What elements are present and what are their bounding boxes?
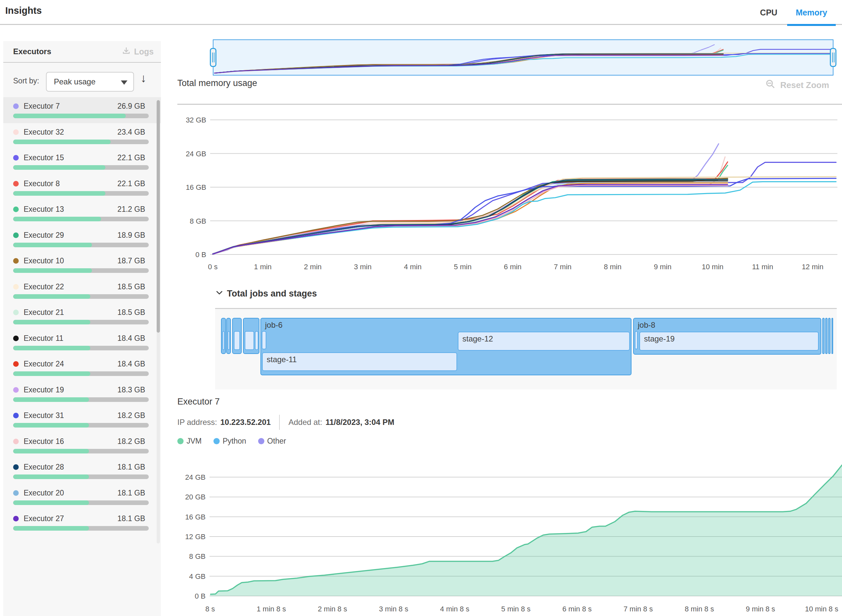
- legend-label: JVM: [186, 437, 202, 446]
- sort-direction-button[interactable]: ↓: [141, 71, 147, 85]
- executor-color-dot: [13, 413, 19, 418]
- executor-list-item[interactable]: Executor 2718.1 GB: [3, 510, 161, 535]
- executor-list-item[interactable]: Executor 2418.4 GB: [3, 355, 161, 381]
- executor-list-item[interactable]: Executor 2918.9 GB: [3, 226, 161, 252]
- gantt-stage-label: stage-19: [644, 334, 675, 343]
- executor-name: Executor 31: [23, 411, 64, 420]
- executor-usage-bar: [13, 139, 149, 144]
- executor-usage-bar: [13, 397, 149, 402]
- legend-item[interactable]: JVM: [177, 437, 202, 446]
- executor-list-item[interactable]: Executor 1018.7 GB: [3, 252, 161, 278]
- tab-bar: CPU Memory: [760, 0, 836, 25]
- executor-list-item[interactable]: Executor 3223.4 GB: [3, 123, 161, 149]
- executor-list-item[interactable]: Executor 726.9 GB: [3, 97, 161, 123]
- gantt-job-bar[interactable]: [832, 318, 833, 354]
- brush-handle-right[interactable]: [830, 48, 836, 67]
- ip-address-value: 10.223.52.201: [220, 418, 271, 427]
- gantt-job-bar[interactable]: job-8stage-19: [633, 318, 821, 355]
- executor-peak-value: 18.4 GB: [117, 334, 145, 343]
- jobs-section-header[interactable]: Total jobs and stages: [215, 288, 317, 299]
- svg-text:0 s: 0 s: [208, 263, 217, 271]
- gantt-job-bar[interactable]: job-6stage-12stage-11: [260, 318, 632, 375]
- executor-list-item[interactable]: Executor 1321.2 GB: [3, 200, 161, 226]
- svg-text:9 min 8 s: 9 min 8 s: [746, 605, 775, 613]
- executor-name: Executor 19: [23, 386, 64, 395]
- gantt-stage-bar[interactable]: [227, 331, 230, 350]
- gantt-stage-label: stage-11: [267, 355, 297, 364]
- executor-list-item[interactable]: Executor 3118.2 GB: [3, 406, 161, 433]
- executor-usage-bar: [13, 294, 149, 299]
- gantt-stage-bar[interactable]: [255, 331, 258, 350]
- sort-dropdown[interactable]: Peak usage: [46, 72, 134, 92]
- executor-peak-value: 22.1 GB: [117, 153, 145, 162]
- gantt-job-bar[interactable]: [828, 318, 830, 354]
- executor-peak-value: 18.4 GB: [117, 359, 145, 368]
- sort-by-label: Sort by:: [13, 76, 39, 85]
- legend-label: Python: [223, 437, 246, 446]
- insights-page: { "header": { "title": "Insights", "tabs…: [0, 0, 842, 616]
- executor-color-dot: [13, 155, 19, 161]
- chevron-down-icon: [121, 81, 128, 85]
- added-at-value: 11/8/2023, 3:04 PM: [326, 418, 394, 427]
- total-memory-chart[interactable]: 0 B8 GB16 GB24 GB32 GB0 s1 min2 min3 min…: [177, 109, 842, 274]
- executor-list-item[interactable]: Executor 1618.2 GB: [3, 433, 161, 458]
- executor-list-item[interactable]: Executor 1522.1 GB: [3, 149, 161, 175]
- gantt-stage-bar[interactable]: stage-11: [262, 352, 457, 371]
- sort-row: Sort by: Peak usage ↓: [3, 63, 161, 102]
- executor-usage-bar: [13, 500, 149, 505]
- brush-mini-chart: [213, 40, 833, 75]
- zoom-brush-overview[interactable]: [213, 40, 833, 76]
- gantt-stage-bar[interactable]: [635, 331, 638, 349]
- executor-list-item[interactable]: Executor 2218.5 GB: [3, 278, 161, 304]
- svg-text:8 s: 8 s: [205, 605, 215, 613]
- executor-color-dot: [13, 309, 19, 315]
- legend-item[interactable]: Python: [213, 437, 246, 446]
- sort-dropdown-value: Peak usage: [54, 77, 95, 87]
- executor-list-item[interactable]: Executor 2118.5 GB: [3, 304, 161, 329]
- gantt-stage-bar[interactable]: [262, 331, 266, 349]
- executor-list-item[interactable]: Executor 2018.1 GB: [3, 484, 161, 510]
- gantt-job-bar[interactable]: [243, 318, 260, 354]
- gantt-stage-bar[interactable]: stage-12: [458, 331, 630, 351]
- svg-text:0 B: 0 B: [195, 592, 205, 600]
- executor-detail-title: Executor 7: [177, 397, 220, 407]
- svg-text:24 GB: 24 GB: [185, 473, 205, 481]
- scrollbar-thumb[interactable]: [157, 100, 160, 333]
- gantt-stage-bar[interactable]: [234, 331, 240, 350]
- reset-zoom-button[interactable]: Reset Zoom: [765, 79, 829, 92]
- svg-text:8 GB: 8 GB: [189, 552, 205, 560]
- gantt-job-bar[interactable]: [825, 318, 827, 354]
- executor-list-item[interactable]: Executor 822.1 GB: [3, 175, 161, 201]
- gantt-job-bar[interactable]: [232, 318, 242, 354]
- legend-color-dot: [258, 438, 264, 444]
- gantt-job-bar[interactable]: [221, 318, 226, 354]
- brush-handle-left[interactable]: [210, 48, 216, 67]
- gantt-stage-bar[interactable]: stage-19: [640, 331, 819, 351]
- logs-button-label: Logs: [134, 47, 154, 56]
- logs-button[interactable]: Logs: [122, 46, 154, 57]
- gantt-stage-bar[interactable]: [222, 331, 224, 350]
- executor-usage-bar: [13, 526, 149, 531]
- executors-sidebar: Executors Logs Sort by: Peak usage ↓ Exe…: [3, 41, 161, 616]
- legend-item[interactable]: Other: [258, 437, 286, 446]
- executor-name: Executor 16: [23, 437, 64, 446]
- tab-memory[interactable]: Memory: [787, 0, 836, 25]
- executor-color-dot: [13, 464, 19, 470]
- gantt-job-bar[interactable]: [226, 318, 231, 354]
- executor-list-item[interactable]: Executor 1118.4 GB: [3, 329, 161, 355]
- jobs-gantt-panel: job-6stage-12stage-11job-8stage-19: [215, 308, 837, 389]
- executor-list-item[interactable]: Executor 1918.3 GB: [3, 381, 161, 407]
- tab-cpu[interactable]: CPU: [760, 0, 777, 25]
- executor-peak-value: 22.1 GB: [117, 179, 145, 188]
- executor-peak-value: 18.9 GB: [117, 231, 145, 240]
- jobs-section-title: Total jobs and stages: [227, 289, 317, 299]
- svg-text:5 min 8 s: 5 min 8 s: [501, 605, 530, 613]
- svg-text:6 min 8 s: 6 min 8 s: [563, 605, 592, 613]
- gantt-job-bar[interactable]: [822, 318, 824, 354]
- gantt-stage-bar[interactable]: [245, 331, 254, 350]
- executor-list-item[interactable]: Executor 2818.1 GB: [3, 458, 161, 484]
- executor-memory-area-chart[interactable]: 0 B4 GB8 GB12 GB16 GB20 GB24 GB8 s1 min …: [177, 463, 842, 616]
- svg-text:16 GB: 16 GB: [186, 183, 206, 191]
- executor-color-dot: [13, 129, 19, 135]
- executor-color-dot: [13, 181, 19, 186]
